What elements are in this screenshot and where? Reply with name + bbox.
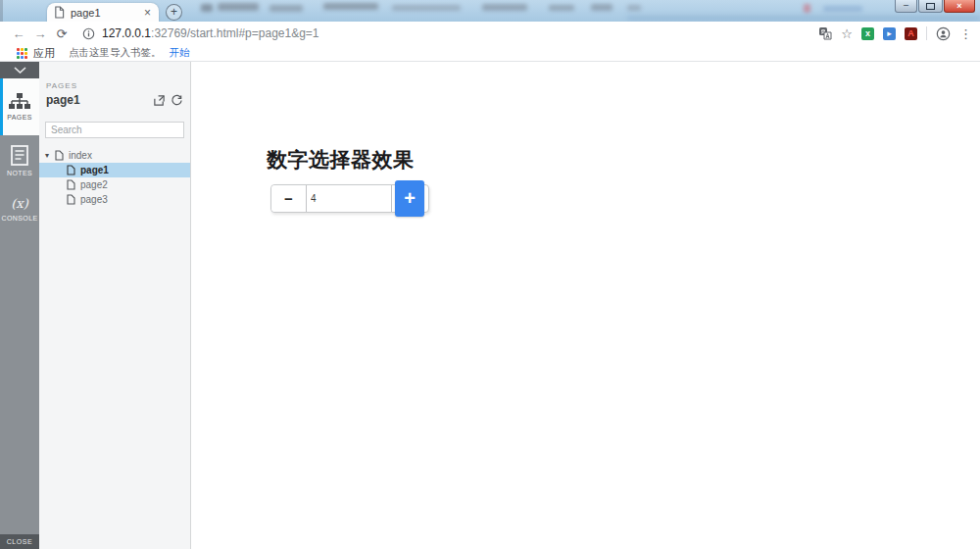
page-favicon-icon: [54, 6, 65, 19]
forward-icon[interactable]: →: [29, 27, 51, 40]
url-text[interactable]: 127.0.0.1:32769/start.html#p=page1&g=1: [102, 26, 319, 40]
tree-item-page2[interactable]: page2: [39, 177, 190, 192]
address-bar[interactable]: 127.0.0.1:32769/start.html#p=page1&g=1: [82, 26, 809, 40]
chevron-down-icon: [14, 67, 26, 74]
new-tab-button[interactable]: +: [166, 4, 182, 21]
pages-panel: PAGES page1 ▾ index: [39, 62, 191, 549]
page-tree: ▾ index page1 page2: [39, 148, 190, 207]
tree-item-label: index: [69, 150, 92, 161]
window-edge: [0, 0, 3, 22]
bookmarks-bar: 应用 点击这里导入书签。 开始: [0, 45, 980, 62]
url-path: :32769/start.html#p=page1&g=1: [151, 26, 318, 40]
page-title: 数字选择器效果: [267, 146, 415, 174]
page-icon: [55, 150, 64, 161]
bookmark-star-icon[interactable]: ☆: [841, 27, 853, 40]
page-icon: [67, 165, 75, 175]
tab-title: page1: [71, 7, 143, 19]
browser-tab[interactable]: page1 ×: [47, 3, 159, 22]
increment-button[interactable]: +: [395, 180, 424, 217]
tree-item-index[interactable]: ▾ index: [39, 148, 190, 163]
sidebar-item-notes[interactable]: NOTES: [0, 135, 39, 186]
current-page-title: page1: [46, 93, 148, 107]
toolbar-right-cluster: ☆ x ▸ A ⋮: [809, 26, 972, 41]
tree-item-label: page1: [80, 165, 109, 175]
back-icon[interactable]: ←: [8, 27, 29, 40]
window-minimize-button[interactable]: –: [895, 0, 917, 13]
page-icon: [67, 179, 75, 190]
extension-adobe-icon[interactable]: A: [905, 27, 917, 40]
open-in-new-window-icon[interactable]: [153, 94, 166, 107]
sidebar-rail: PAGES NOTES (x) CONSOLE CLOSE: [0, 62, 39, 549]
stepper-value-input[interactable]: [307, 185, 393, 212]
browser-toolbar: ← → ⟳ 127.0.0.1:32769/start.html#p=page1…: [0, 22, 980, 45]
notes-icon: [11, 145, 28, 166]
console-icon: (x): [11, 196, 27, 211]
stepper-divider: [391, 185, 392, 212]
extension-blue-icon[interactable]: ▸: [883, 27, 896, 40]
extension-green-icon[interactable]: x: [861, 27, 874, 40]
window-controls: – ×: [894, 0, 975, 13]
search-input[interactable]: [45, 122, 184, 138]
caret-down-icon[interactable]: ▾: [45, 151, 55, 160]
decrement-button[interactable]: −: [271, 185, 307, 212]
page-icon: [67, 194, 75, 205]
tree-item-page1[interactable]: page1: [39, 163, 190, 177]
tree-item-label: page2: [80, 179, 108, 190]
import-bookmarks-hint: 点击这里导入书签。: [69, 46, 162, 60]
window-close-button[interactable]: ×: [944, 0, 975, 13]
site-info-icon[interactable]: [82, 27, 95, 40]
panel-section-label: PAGES: [46, 81, 190, 90]
collapse-sidebar-button[interactable]: [0, 62, 39, 78]
window-maximize-button[interactable]: [918, 0, 943, 13]
profile-icon[interactable]: [936, 26, 951, 41]
sidebar-item-console[interactable]: (x) CONSOLE: [0, 186, 39, 231]
console-rail-label: CONSOLE: [1, 215, 37, 222]
panel-title-row: page1: [46, 93, 183, 107]
apps-bookmark-label[interactable]: 应用: [33, 46, 55, 61]
sitemap-icon: [9, 93, 30, 110]
url-host: 127.0.0.1: [102, 26, 151, 40]
pages-rail-label: PAGES: [7, 114, 32, 121]
close-sidebar-button[interactable]: CLOSE: [0, 534, 39, 549]
apps-grid-icon[interactable]: [17, 48, 27, 59]
tree-item-page3[interactable]: page3: [39, 192, 190, 207]
chrome-menu-icon[interactable]: ⋮: [959, 27, 972, 40]
start-bookmark-link[interactable]: 开始: [170, 46, 190, 60]
prototype-canvas: 数字选择器效果 − +: [191, 62, 980, 549]
page-search: [45, 120, 184, 138]
sidebar-item-pages[interactable]: PAGES: [0, 78, 39, 135]
tab-strip: page1 × + – ×: [0, 0, 980, 22]
number-stepper: − +: [270, 184, 429, 213]
tree-item-label: page3: [80, 194, 108, 205]
tab-close-icon[interactable]: ×: [143, 7, 152, 19]
axure-player: PAGES NOTES (x) CONSOLE CLOSE PAGES page…: [0, 62, 980, 549]
toolbar-separator: [926, 26, 927, 40]
reload-icon[interactable]: ⟳: [51, 27, 73, 40]
notes-rail-label: NOTES: [7, 170, 32, 176]
refresh-page-icon[interactable]: [171, 94, 183, 107]
translate-icon[interactable]: [818, 26, 832, 40]
